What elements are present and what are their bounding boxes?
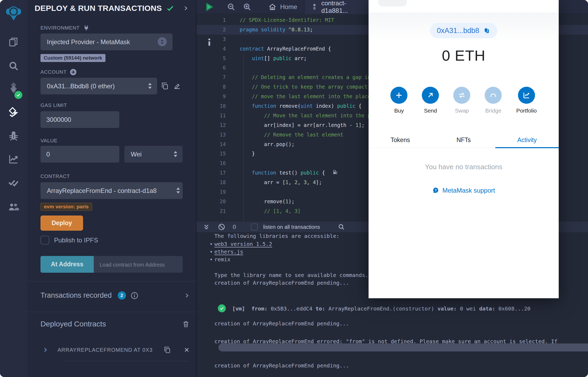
value-unit-select[interactable]: Wei — [124, 146, 183, 163]
terminal-library-link[interactable]: web3 version 1.5.2 — [214, 241, 272, 247]
bridge-button[interactable]: Bridge — [485, 87, 502, 114]
action-label: Buy — [394, 107, 404, 114]
page-title: DEPLOY & RUN TRANSACTIONS — [35, 4, 162, 13]
swap-arrows-icon — [453, 87, 470, 104]
at-address-button[interactable]: At Address — [40, 256, 94, 273]
account-caret-icon — [148, 82, 152, 89]
portfolio-button[interactable]: Portfolio — [516, 87, 537, 114]
divider — [64, 361, 190, 361]
line-number: 19 — [197, 187, 228, 197]
remix-logo[interactable] — [0, 3, 27, 24]
environment-info-icon[interactable] — [206, 38, 213, 46]
account-address-pill[interactable]: 0xA31...bdb8 — [430, 23, 497, 38]
item-expand-chevron-icon[interactable] — [43, 347, 48, 353]
transactions-recorded-label: Transactions recorded — [40, 291, 112, 300]
terminal-log-line: Type the library name to see available c… — [214, 272, 368, 278]
icon-sidebar — [0, 0, 27, 377]
line-number: 21 — [197, 206, 228, 216]
add-account-icon[interactable] — [70, 69, 77, 76]
bridge-icon — [485, 87, 502, 104]
clear-console-icon[interactable] — [218, 223, 225, 231]
tab-home-label: Home — [280, 3, 297, 11]
account-select[interactable]: 0xA31...Bbdb8 (0 ether) — [40, 78, 157, 94]
transactions-recorded-row[interactable]: Transactions recorded 2 — [40, 291, 190, 300]
plus-icon — [390, 87, 407, 104]
deploy-run-icon[interactable] — [0, 103, 27, 122]
svg-text:?: ? — [435, 188, 437, 192]
deployed-contract-label: ARRAYREPLACEFROMEND AT 0X3 — [58, 347, 153, 353]
terminal-expand-icon[interactable] — [203, 223, 210, 230]
arrow-up-right-icon — [422, 87, 439, 104]
divider — [27, 281, 197, 281]
account-label: ACCOUNT — [40, 69, 77, 76]
line-number: 2 — [197, 25, 228, 35]
remove-contract-icon[interactable] — [184, 347, 190, 353]
send-button[interactable]: Send — [422, 87, 439, 114]
contract-caret-icon — [176, 187, 181, 194]
line-number: 13 — [197, 130, 228, 140]
line-number: 5 — [197, 54, 228, 63]
terminal-log-line: creation of ArrayReplaceFromEnd pending.… — [214, 320, 349, 327]
action-label: Portfolio — [516, 107, 537, 114]
zoom-out-icon[interactable] — [223, 2, 239, 11]
listen-transactions-checkbox[interactable] — [251, 223, 258, 230]
gas-limit-input[interactable] — [40, 116, 119, 123]
panel-collapse-chevron-icon[interactable] — [183, 5, 189, 11]
copy-address-icon[interactable] — [164, 346, 171, 354]
bullet: • — [210, 248, 213, 255]
file-explorer-icon[interactable] — [0, 32, 27, 52]
tab-nfts[interactable]: NFTs — [432, 132, 495, 148]
divider — [27, 312, 197, 312]
line-number: 16 — [197, 159, 228, 168]
metamask-support-link[interactable]: ? MetaMask support — [369, 187, 559, 194]
plugin-manager-icon[interactable] — [0, 197, 27, 217]
terminal-library-link[interactable]: ethers.js — [214, 248, 243, 255]
value-input[interactable] — [40, 151, 119, 158]
metamask-popup: 0xA31...bdb8 0 ETH BuySendSwapBridgePort… — [369, 0, 559, 298]
debugger-icon[interactable] — [0, 127, 27, 146]
tab-tokens[interactable]: Tokens — [369, 132, 432, 148]
terminal-horizontal-scrollbar[interactable] — [218, 343, 588, 351]
tab-activity[interactable]: Activity — [495, 132, 559, 148]
unit-testing-icon[interactable] — [0, 173, 27, 192]
publish-row: Publish to IPFS — [40, 236, 98, 245]
trash-icon[interactable] — [182, 320, 190, 328]
tab-contract-label: contract-d1a881... — [321, 0, 371, 14]
publish-ipfs-checkbox[interactable] — [40, 236, 49, 245]
zoom-in-icon[interactable] — [239, 2, 255, 11]
line-number: 17 — [197, 168, 228, 178]
action-label: Bridge — [485, 107, 501, 114]
value-field — [40, 146, 119, 163]
analytics-icon[interactable] — [0, 150, 27, 169]
gas-estimate-icon[interactable] — [332, 169, 338, 179]
plug-icon[interactable] — [83, 24, 90, 31]
copy-account-icon[interactable] — [161, 81, 169, 90]
terminal-search-icon[interactable] — [338, 223, 345, 231]
deployed-contract-item[interactable]: ARRAYREPLACEFROMEND AT 0X3 — [43, 346, 190, 354]
transactions-expand-chevron-icon[interactable] — [184, 293, 190, 299]
tab-contract[interactable]: contract-d1a881... — [304, 0, 379, 14]
run-script-button[interactable] — [201, 2, 217, 12]
no-transactions-text: You have no transactions — [369, 163, 559, 171]
at-address-input[interactable] — [94, 261, 183, 268]
line-number: 18 — [197, 178, 228, 187]
edit-account-icon[interactable] — [173, 81, 181, 90]
swap-button[interactable]: Swap — [453, 87, 470, 114]
solidity-compiler-icon[interactable] — [0, 78, 27, 97]
at-address-row: At Address — [40, 256, 183, 273]
deploy-button[interactable]: Deploy — [40, 216, 83, 231]
value-unit: Wei — [124, 151, 142, 158]
search-icon[interactable] — [0, 56, 27, 76]
publish-ipfs-label: Publish to IPFS — [54, 237, 98, 244]
buy-button[interactable]: Buy — [390, 87, 407, 114]
terminal-log-line: creation of ArrayReplaceFromEnd pending.… — [214, 362, 349, 369]
action-label: Swap — [455, 107, 469, 114]
transactions-info-icon[interactable] — [131, 292, 138, 299]
compiler-success-badge — [14, 91, 22, 99]
gas-limit-field — [40, 111, 119, 128]
at-address-field — [94, 256, 183, 273]
environment-select[interactable]: Injected Provider - MetaMask — [40, 34, 173, 50]
contract-select[interactable]: ArrayReplaceFromEnd - contract-d1a8 — [40, 182, 183, 199]
tab-home[interactable]: Home — [262, 0, 304, 14]
title-check-icon — [166, 4, 174, 12]
